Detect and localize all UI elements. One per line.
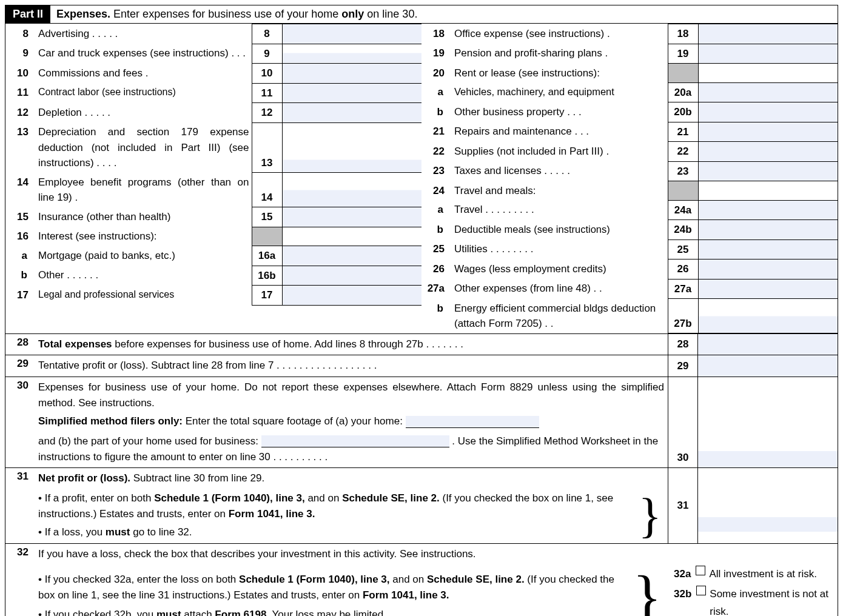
- opt32b-label: Some investment is not at risk.: [710, 586, 831, 616]
- l31b1b: Schedule 1 (Form 1040), line 3,: [154, 492, 304, 504]
- input-23[interactable]: [698, 161, 838, 181]
- line-num-24b: b: [422, 220, 451, 240]
- input-18[interactable]: [698, 24, 838, 44]
- box-num-27a: 27a: [668, 279, 698, 299]
- part-title-bold2: only: [341, 8, 364, 20]
- line-desc-29: Tentative profit or (loss). Subtract lin…: [35, 355, 668, 376]
- input-30-home-sqft[interactable]: [406, 416, 539, 428]
- input-16a[interactable]: [282, 246, 422, 266]
- box-num-24: [668, 181, 698, 201]
- line-desc-20b: Other business property . . .: [451, 102, 668, 122]
- part-title: Expenses. Enter expenses for business us…: [50, 5, 423, 23]
- line30-p2-bold: Simplified method filers only:: [38, 415, 183, 427]
- input-28[interactable]: [698, 334, 838, 355]
- input-25[interactable]: [698, 239, 838, 259]
- line-desc-24a: Travel . . . . . . . . .: [451, 200, 668, 220]
- input-22[interactable]: [698, 142, 838, 162]
- input-27b[interactable]: [698, 299, 838, 333]
- brace-icon-32: }: [630, 567, 664, 616]
- input-14[interactable]: [282, 173, 422, 207]
- l32b1d: Schedule SE, line 2.: [427, 574, 525, 585]
- part-title-text: Enter expenses for business use of your …: [110, 8, 341, 20]
- option-32a: 32a All investment is at risk.: [674, 566, 831, 583]
- line-num-16a: a: [5, 246, 35, 266]
- line-desc-24b: Deductible meals (see instructions): [451, 220, 668, 240]
- line-desc-16b: Other . . . . . .: [35, 266, 252, 286]
- input-30-business-sqft[interactable]: [261, 435, 449, 447]
- input-9[interactable]: [282, 44, 422, 64]
- line32-bullet2: • If you checked 32b, you must attach Fo…: [38, 607, 630, 616]
- row-14: 14 Employee benefit programs (other than…: [5, 173, 422, 207]
- input-24b[interactable]: [698, 220, 838, 240]
- input-21[interactable]: [698, 122, 838, 142]
- input-12[interactable]: [282, 103, 422, 123]
- box-num-14: 14: [252, 173, 282, 207]
- expense-columns: 8 Advertising . . . . . 8 9 Car and truc…: [5, 24, 838, 334]
- box-num-16b: 16b: [252, 266, 282, 286]
- line31-text: Subtract line 30 from line 29.: [130, 472, 264, 484]
- checkbox-32b[interactable]: [696, 586, 706, 595]
- part-header: Part II Expenses. Enter expenses for bus…: [5, 5, 838, 24]
- box-num-10: 10: [252, 64, 282, 84]
- input-31[interactable]: [698, 468, 838, 543]
- line-num-25: 25: [422, 239, 451, 259]
- line-desc-19: Pension and profit-sharing plans .: [451, 44, 668, 64]
- line32-p1: If you have a loss, check the box that d…: [38, 546, 664, 562]
- checkbox-32a[interactable]: [696, 566, 705, 575]
- input-26[interactable]: [698, 259, 838, 280]
- row-13: 13 Depreciation and section 179 expense …: [5, 122, 422, 173]
- input-16b[interactable]: [282, 266, 422, 286]
- input-13[interactable]: [282, 122, 422, 173]
- input-10[interactable]: [282, 64, 422, 84]
- l32b1b: Schedule 1 (Form 1040), line 3,: [239, 574, 389, 585]
- line32-bullet1: • If you checked 32a, enter the loss on …: [38, 572, 630, 604]
- line30-p2: Simplified method filers only: Enter the…: [38, 413, 664, 429]
- l32b2e: Your loss may be limited.: [269, 609, 386, 616]
- row-22: 22 Supplies (not included in Part III) .…: [422, 142, 838, 162]
- input-24a[interactable]: [698, 200, 838, 220]
- line-num-21: 21: [422, 122, 451, 142]
- input-17[interactable]: [282, 286, 422, 306]
- input-20b[interactable]: [698, 102, 838, 122]
- box-num-30: 30: [668, 377, 698, 468]
- box-num-15: 15: [252, 207, 282, 227]
- line-num-27b: b: [422, 299, 451, 333]
- row-20: 20 Rent or lease (see instructions):: [422, 64, 838, 83]
- row-16: 16 Interest (see instructions):: [5, 227, 422, 246]
- row-21: 21 Repairs and maintenance . . . 21: [422, 122, 838, 142]
- row-12: 12 Depletion . . . . . 12: [5, 103, 422, 123]
- line-num-9: 9: [5, 44, 35, 64]
- row-20b: b Other business property . . . 20b: [422, 102, 838, 122]
- row-17: 17 Legal and professional services 17: [5, 286, 422, 306]
- line-num-18: 18: [422, 24, 451, 44]
- opt32a-num: 32a: [674, 566, 691, 583]
- line28-text: before expenses for business use of home…: [112, 338, 463, 350]
- box-num-24b: 24b: [668, 220, 698, 240]
- l32b2d: Form 6198.: [215, 609, 269, 616]
- line-desc-18: Office expense (see instructions) .: [451, 24, 668, 44]
- input-27a[interactable]: [698, 279, 838, 299]
- form-part-ii: Part II Expenses. Enter expenses for bus…: [5, 5, 838, 616]
- input-19[interactable]: [698, 44, 838, 64]
- line-desc-26: Wages (less employment credits): [451, 259, 668, 280]
- line-desc-25: Utilities . . . . . . . .: [451, 239, 668, 259]
- input-20a[interactable]: [698, 82, 838, 102]
- box-num-12: 12: [252, 103, 282, 123]
- input-30[interactable]: [698, 377, 838, 468]
- line-desc-16a: Mortgage (paid to banks, etc.): [35, 246, 252, 266]
- row-23: 23 Taxes and licenses . . . . . 23: [422, 161, 838, 181]
- row-30: 30 Expenses for business use of your hom…: [5, 377, 838, 469]
- box-num-25: 25: [668, 239, 698, 259]
- line-desc-15: Insurance (other than health): [35, 207, 252, 227]
- line-num-29: 29: [5, 355, 35, 376]
- part-title-bold: Expenses.: [56, 8, 110, 20]
- line-num-23: 23: [422, 161, 451, 181]
- line-num-20: 20: [422, 64, 451, 83]
- line31-title: Net profit or (loss). Subtract line 30 f…: [38, 470, 664, 486]
- input-11[interactable]: [282, 83, 422, 103]
- line-desc-28: Total expenses before expenses for busin…: [35, 334, 668, 355]
- input-8[interactable]: [282, 24, 422, 44]
- line30-p3a: and (b) the part of your home used for b…: [38, 435, 261, 447]
- input-29[interactable]: [698, 355, 838, 376]
- input-15[interactable]: [282, 207, 422, 227]
